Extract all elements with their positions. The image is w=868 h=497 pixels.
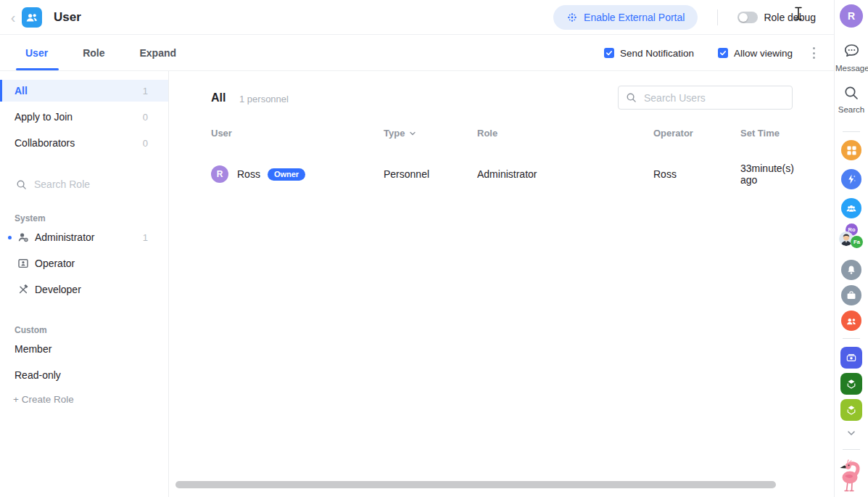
- chevron-down-icon: [846, 427, 857, 439]
- rail-automation-button[interactable]: [835, 169, 868, 189]
- flash-icon: [841, 169, 861, 189]
- unread-dot: [8, 236, 12, 239]
- briefcase-icon: [841, 285, 861, 305]
- portal-dots-icon: [566, 12, 578, 23]
- rail-search-button[interactable]: [835, 84, 868, 102]
- rail-workspace-switcher[interactable]: Ro Fa: [835, 223, 868, 251]
- send-notification-label: Send Notification: [620, 48, 694, 59]
- tab-bar-options: Send Notification Allow viewing: [580, 46, 834, 60]
- workspace-badge-fa: Fa: [851, 236, 863, 248]
- people-icon: [841, 311, 861, 331]
- sidebar-item-label: Apply to Join: [15, 111, 73, 123]
- messages-label: Messages: [835, 64, 868, 73]
- sidebar-item-administrator[interactable]: Administrator 1: [0, 224, 168, 250]
- owner-badge: Owner: [268, 168, 305, 181]
- allow-viewing-checkbox[interactable]: Allow viewing: [718, 48, 793, 59]
- avatar: R: [211, 165, 228, 183]
- search-icon: [626, 92, 637, 103]
- role-search-input[interactable]: [33, 178, 141, 191]
- rail-inventory-app-button[interactable]: [835, 373, 868, 395]
- apps-grid-icon: [841, 140, 861, 160]
- list-title: All: [211, 91, 226, 104]
- table-header: User Type Role Operator Set Time: [211, 128, 793, 139]
- sidebar-item-developer[interactable]: Developer: [0, 276, 168, 303]
- allow-viewing-label: Allow viewing: [734, 48, 793, 59]
- rail-payroll-app-button[interactable]: [835, 347, 868, 369]
- role-debug-label: Role debug: [764, 12, 816, 23]
- role-debug-toggle[interactable]: [737, 12, 758, 23]
- search-icon: [843, 84, 860, 102]
- search-icon: [16, 179, 27, 190]
- tab-user[interactable]: User: [25, 36, 48, 70]
- user-search-input[interactable]: [642, 91, 785, 104]
- custom-section-title: Custom: [0, 324, 168, 336]
- sidebar-item-operator[interactable]: Operator: [0, 250, 168, 276]
- chat-bubble-icon: [843, 42, 861, 60]
- operator-role-icon: [17, 258, 29, 269]
- horizontal-scrollbar[interactable]: [175, 481, 776, 488]
- checkbox-checked-icon: [718, 48, 728, 58]
- sidebar-item-label: Read-only: [15, 369, 61, 381]
- header-divider: [717, 9, 718, 25]
- sidebar-item-read-only[interactable]: Read-only: [0, 362, 168, 388]
- rail-notifications-button[interactable]: [835, 260, 868, 280]
- sidebar-item-label: Member: [15, 343, 51, 355]
- sidebar-item-label: Developer: [35, 284, 81, 295]
- table-row[interactable]: R Ross Owner Personnel Administrator Ros…: [211, 160, 793, 189]
- chevron-down-icon: [409, 130, 416, 137]
- toggle-knob: [739, 13, 748, 22]
- sidebar-item-all[interactable]: All 1: [0, 80, 168, 102]
- rail-inventory-app-2-button[interactable]: [835, 399, 868, 421]
- checkbox-checked-icon: [604, 48, 614, 58]
- role-search-field[interactable]: [16, 178, 168, 191]
- set-time-cell: 33minute(s) ago: [740, 163, 794, 186]
- back-icon[interactable]: ‹: [7, 10, 19, 25]
- sidebar-item-count: 1: [143, 86, 148, 96]
- workspace-avatars: Ro Fa: [838, 223, 864, 251]
- tab-bar: User Role Expand Send Notification Allow…: [0, 36, 834, 71]
- box-app-icon: [840, 373, 862, 395]
- column-operator: Operator: [653, 128, 740, 139]
- tab-role[interactable]: Role: [83, 36, 104, 70]
- rail-workbench-button[interactable]: [835, 285, 868, 305]
- rail-contacts-button[interactable]: [835, 198, 868, 218]
- rail-divider: [835, 131, 868, 132]
- rail-expand-button[interactable]: [835, 427, 868, 439]
- sidebar-item-member[interactable]: Member: [0, 336, 168, 362]
- rail-workplace-button[interactable]: [835, 140, 868, 160]
- sidebar-item-collaborators[interactable]: Collaborators 0: [0, 132, 168, 154]
- sidebar-item-count: 1: [143, 232, 148, 243]
- bell-icon: [841, 260, 861, 280]
- role-cell: Administrator: [477, 168, 653, 180]
- create-role-button[interactable]: + Create Role: [0, 394, 168, 405]
- user-app-icon: [22, 7, 42, 28]
- sidebar-item-label: Operator: [35, 258, 75, 269]
- sidebar-item-apply-to-join[interactable]: Apply to Join 0: [0, 106, 168, 128]
- column-role: Role: [477, 128, 653, 139]
- enable-external-portal-button[interactable]: Enable External Portal: [553, 5, 698, 30]
- column-type[interactable]: Type: [384, 128, 477, 139]
- tab-expand-label: Expand: [139, 47, 176, 59]
- admin-role-icon: [17, 231, 29, 243]
- account-avatar[interactable]: R: [840, 4, 863, 28]
- user-name: Ross: [237, 168, 260, 180]
- tab-expand[interactable]: Expand: [139, 36, 176, 70]
- sidebar-item-label: All: [15, 85, 28, 96]
- box-app-icon: [840, 399, 862, 421]
- portal-button-label: Enable External Portal: [584, 12, 685, 23]
- developer-role-icon: [17, 284, 29, 295]
- more-options-icon[interactable]: [813, 46, 815, 60]
- sidebar-item-count: 0: [143, 138, 148, 149]
- rail-messages-button[interactable]: [835, 42, 868, 60]
- type-cell: Personnel: [384, 168, 477, 180]
- tab-role-label: Role: [83, 47, 104, 59]
- flamingo-image: [837, 457, 866, 495]
- send-notification-checkbox[interactable]: Send Notification: [604, 48, 694, 59]
- list-subtitle: 1 personnel: [239, 94, 289, 104]
- role-sidebar: All 1 Apply to Join 0 Collaborators 0 Sy…: [0, 71, 169, 497]
- rail-people-button[interactable]: [835, 311, 868, 331]
- flamingo-sticker[interactable]: [835, 457, 868, 495]
- operator-cell: Ross: [653, 168, 740, 180]
- user-search-field[interactable]: [618, 86, 793, 110]
- column-user: User: [211, 128, 384, 139]
